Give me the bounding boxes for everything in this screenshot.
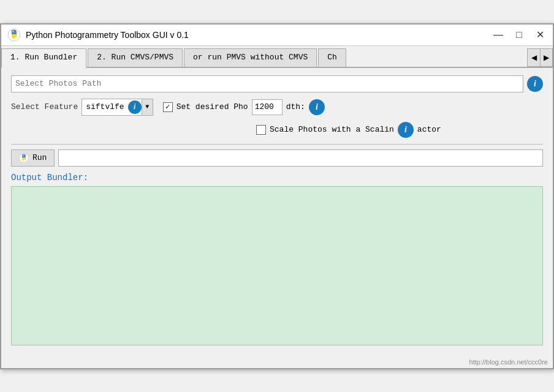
svg-point-4 — [23, 155, 23, 156]
feature-select[interactable]: siftvlfe i ▼ — [82, 99, 153, 116]
photos-path-info-button[interactable]: i — [527, 76, 543, 92]
feature-dropdown-button[interactable]: ▼ — [142, 99, 153, 115]
window-title: Python Photogrammetry Toolbox GUI v 0.1 — [26, 30, 189, 40]
run-button-label: Run — [32, 153, 47, 162]
set-photo-width-suffix: dth: — [286, 102, 305, 111]
feature-select-text: siftvlfe — [82, 102, 127, 111]
run-row: Run — [11, 149, 543, 167]
tab-bar: 1. Run Bundler 2. Run CMVS/PMVS or run P… — [1, 46, 553, 68]
set-photo-width-label: Set desired Pho — [176, 102, 248, 111]
run-button[interactable]: Run — [11, 149, 55, 167]
feature-row: Select Feature siftvlfe i ▼ ✓ Set desire… — [11, 99, 543, 116]
scale-photos-info-button[interactable]: i — [398, 122, 414, 138]
photo-width-info-button[interactable]: i — [309, 99, 325, 115]
tab-run-bundler[interactable]: 1. Run Bundler — [1, 48, 86, 68]
svg-point-5 — [24, 159, 25, 160]
maximize-button[interactable]: □ — [512, 28, 526, 42]
run-command-input[interactable] — [58, 149, 543, 167]
minimize-button[interactable]: — — [491, 28, 505, 42]
watermark: http://blog.csdn.net/ccc0re — [1, 356, 553, 368]
python-icon — [7, 28, 21, 42]
scale-photos-row: Scale Photos with a Scalin i actor — [146, 122, 543, 138]
divider — [11, 144, 543, 145]
title-buttons: — □ ✕ — [491, 28, 547, 42]
photos-path-row: i — [11, 75, 543, 92]
tab-scroll-prev-button[interactable]: ◀ — [528, 49, 540, 66]
main-window: Python Photogrammetry Toolbox GUI v 0.1 … — [0, 23, 554, 369]
output-section: Output Bundler: — [11, 173, 543, 349]
main-content: i Select Feature siftvlfe i ▼ ✓ Set desi… — [1, 68, 553, 356]
photo-width-input[interactable]: 1200 — [252, 99, 283, 115]
output-textarea[interactable] — [11, 186, 543, 345]
title-bar: Python Photogrammetry Toolbox GUI v 0.1 … — [1, 24, 553, 46]
tab-ch[interactable]: Ch — [318, 48, 346, 67]
tab-scroll-next-button[interactable]: ▶ — [540, 49, 552, 66]
output-label: Output Bundler: — [11, 173, 543, 183]
set-photo-width-container: ✓ Set desired Pho 1200 dth: i — [163, 99, 325, 115]
scale-photos-label: Scale Photos with a Scalin — [270, 125, 394, 134]
svg-point-2 — [15, 37, 16, 38]
title-bar-left: Python Photogrammetry Toolbox GUI v 0.1 — [7, 28, 189, 42]
set-photo-width-checkbox[interactable]: ✓ — [163, 102, 173, 112]
photos-path-input[interactable] — [11, 75, 523, 92]
tab-run-pmvs-without-cmvs[interactable]: or run PMVS without CMVS — [184, 48, 317, 67]
svg-point-1 — [13, 31, 14, 32]
feature-label: Select Feature — [11, 102, 78, 111]
tab-scroll-controls: ◀ ▶ — [527, 48, 553, 67]
tab-run-cmvs-pmvs[interactable]: 2. Run CMVS/PMVS — [88, 48, 183, 67]
scale-photos-suffix: actor — [417, 125, 441, 134]
feature-info-button[interactable]: i — [128, 100, 142, 114]
run-python-icon — [19, 153, 29, 163]
scale-photos-checkbox[interactable] — [256, 125, 266, 135]
close-button[interactable]: ✕ — [533, 28, 547, 42]
